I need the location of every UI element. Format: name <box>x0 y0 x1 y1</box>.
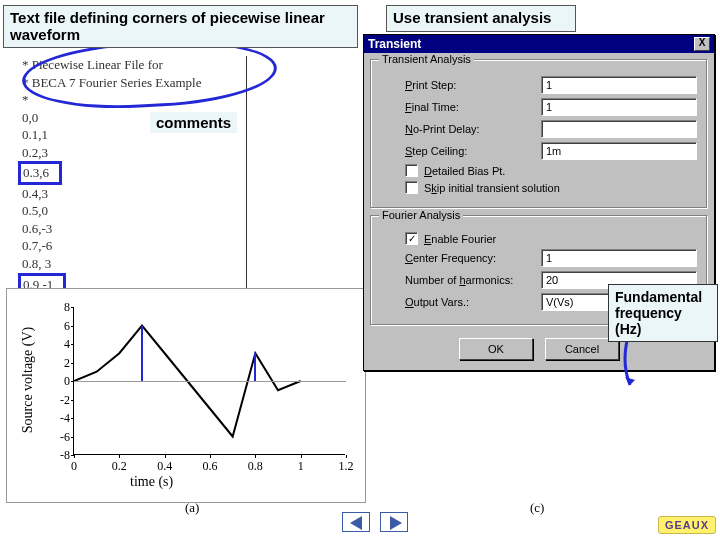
step-ceiling-label: Step Ceiling: <box>381 145 541 157</box>
skip-initial-checkbox[interactable] <box>405 181 418 194</box>
pwl-text-file-listing: * Piecewise Linear File for* BECA 7 Four… <box>22 56 247 314</box>
enable-fourier-checkbox[interactable]: ✓ <box>405 232 418 245</box>
print-step-label: Print Step: <box>381 79 541 91</box>
dialog-titlebar[interactable]: Transient X <box>364 35 714 53</box>
skip-initial-label: Skip initial transient solution <box>424 182 560 194</box>
close-icon[interactable]: X <box>694 37 710 51</box>
chart-ylabel: Source voltage (V) <box>20 310 36 450</box>
final-time-label: Final Time: <box>381 101 541 113</box>
banner-right-description: Use transient analysis <box>386 5 576 32</box>
detailed-bias-checkbox[interactable] <box>405 164 418 177</box>
source-voltage-chart: -8-6-4-20246800.20.40.60.811.2 <box>6 288 366 503</box>
final-time-input[interactable] <box>541 98 697 116</box>
chart-xlabel: time (s) <box>130 474 173 490</box>
noprint-delay-label: No-Print Delay: <box>381 123 541 135</box>
ok-button[interactable]: OK <box>459 338 533 360</box>
print-step-input[interactable] <box>541 76 697 94</box>
center-frequency-label: Center Frequency: <box>381 252 541 264</box>
output-vars-label: Output Vars.: <box>381 296 541 308</box>
transient-group-legend: Transient Analysis <box>379 53 474 65</box>
next-slide-button[interactable] <box>380 512 408 532</box>
transient-analysis-group: Transient Analysis Print Step: Final Tim… <box>370 59 708 209</box>
subfigure-label-c: (c) <box>530 500 544 516</box>
dialog-title: Transient <box>368 37 421 51</box>
subfigure-label-a: (a) <box>185 500 199 516</box>
geaux-logo: GEAUX <box>658 516 716 534</box>
fourier-group-legend: Fourier Analysis <box>379 209 463 221</box>
prev-slide-button[interactable] <box>342 512 370 532</box>
center-frequency-input[interactable] <box>541 249 697 267</box>
comments-label: comments <box>150 112 237 133</box>
enable-fourier-label: Enable Fourier <box>424 233 496 245</box>
plot-area: -8-6-4-20246800.20.40.60.811.2 <box>73 307 345 455</box>
noprint-delay-input[interactable] <box>541 120 697 138</box>
detailed-bias-label: Detailed Bias Pt. <box>424 165 505 177</box>
step-ceiling-input[interactable] <box>541 142 697 160</box>
num-harmonics-label: Number of harmonics: <box>381 274 541 286</box>
nav-arrows <box>342 512 408 532</box>
banner-left-description: Text file defining corners of piecewise … <box>3 5 358 48</box>
fundamental-frequency-callout: Fundamental frequency (Hz) <box>608 284 718 342</box>
